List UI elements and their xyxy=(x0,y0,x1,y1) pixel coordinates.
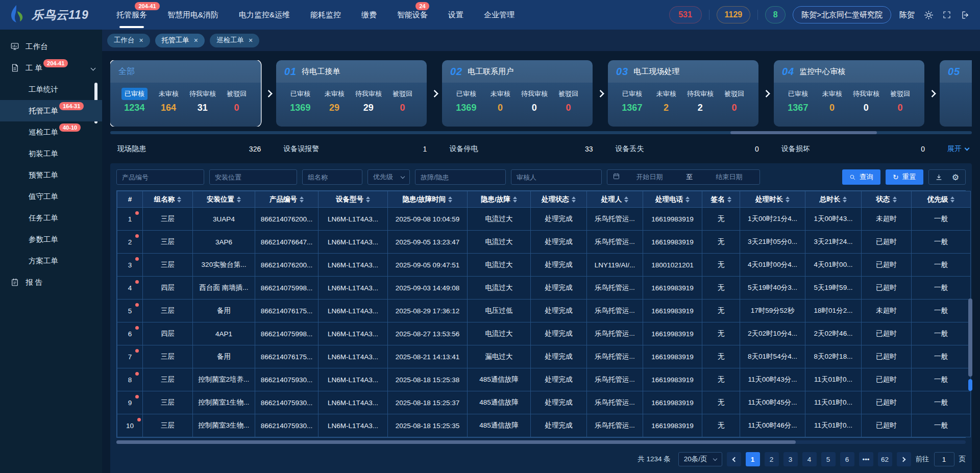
nav-item[interactable]: 设置 xyxy=(447,1,464,29)
column-header[interactable]: 隐患/故障 xyxy=(468,191,531,208)
page-button[interactable]: 4 xyxy=(802,452,817,466)
nav-item[interactable]: 企业管理 xyxy=(483,1,516,29)
page-button[interactable]: 62 xyxy=(878,452,892,466)
column-header[interactable]: 优先级 xyxy=(912,191,971,208)
column-header[interactable]: 处理人 xyxy=(587,191,643,208)
table-horizontal-scrollbar[interactable] xyxy=(116,440,966,444)
sidebar-item[interactable]: 预警工单 xyxy=(0,164,102,186)
sort-icon[interactable] xyxy=(572,196,576,203)
search-button[interactable]: 查询 xyxy=(842,169,880,185)
sidebar-item[interactable]: 巡检工单40-10 xyxy=(0,121,102,143)
nav-item[interactable]: 托管服务204-41 xyxy=(115,1,148,29)
card-stat[interactable]: 未审核0 xyxy=(815,88,849,113)
expand-link[interactable]: 展开 xyxy=(947,144,969,154)
status-card[interactable]: 全部已审核1234未审核164待我审核31被驳回0 xyxy=(110,60,261,127)
card-stat[interactable]: 被驳回0 xyxy=(385,88,420,113)
status-card[interactable]: 02电工联系用户已审核1369未审核0待我审核0被驳回0 xyxy=(442,60,593,127)
column-header[interactable]: 总时长 xyxy=(805,191,862,208)
column-header[interactable]: 签名 xyxy=(702,191,740,208)
table-vertical-scrollbar[interactable] xyxy=(968,196,972,440)
group-name-input[interactable] xyxy=(302,169,362,185)
current-user[interactable]: 陈贺 xyxy=(899,10,915,20)
card-stat[interactable]: 未审核0 xyxy=(483,88,518,113)
card-scroll-arrow[interactable] xyxy=(427,60,442,127)
sidebar-item[interactable]: 报 告 xyxy=(0,271,102,293)
alarm-count-red[interactable]: 531 xyxy=(669,6,702,23)
start-date-field[interactable]: 开始日期 xyxy=(624,172,675,182)
page-size-select[interactable]: 20条/页 xyxy=(678,452,722,466)
card-scroll-arrow[interactable] xyxy=(593,60,608,127)
column-header[interactable]: 处理时长 xyxy=(740,191,805,208)
card-stat[interactable]: 已审核1369 xyxy=(449,88,483,113)
card-stat[interactable]: 已审核1369 xyxy=(283,88,317,113)
card-stat[interactable]: 已审核1367 xyxy=(615,88,649,113)
card-stat[interactable]: 被驳回0 xyxy=(883,88,917,113)
column-header[interactable]: 安装位置 xyxy=(193,191,255,208)
card-stat[interactable]: 待我审核0 xyxy=(518,88,552,113)
nav-item[interactable]: 能耗监控 xyxy=(309,1,342,29)
sort-icon[interactable] xyxy=(448,196,452,203)
fault-input[interactable] xyxy=(415,169,506,185)
card-stat[interactable]: 未审核29 xyxy=(317,88,352,113)
sort-icon[interactable] xyxy=(950,196,954,203)
cards-horizontal-scrollbar[interactable] xyxy=(110,131,972,134)
column-header[interactable]: 处理状态 xyxy=(531,191,587,208)
logout-icon[interactable] xyxy=(960,9,971,20)
sort-icon[interactable] xyxy=(513,196,517,203)
page-button[interactable]: 1 xyxy=(746,452,760,466)
reviewer-input[interactable] xyxy=(511,169,602,185)
tab[interactable]: 工作台× xyxy=(107,34,150,47)
sidebar-item[interactable]: 托管工单164-31 xyxy=(0,100,102,121)
install-location-input[interactable] xyxy=(209,169,297,185)
table-row[interactable]: 2三层3AP6866214076647...LN6M-L1T4A3...2025… xyxy=(117,231,971,254)
sort-icon[interactable] xyxy=(177,196,181,203)
card-stat[interactable]: 未审核164 xyxy=(152,88,186,113)
end-date-field[interactable]: 结束日期 xyxy=(704,172,754,182)
close-icon[interactable]: × xyxy=(249,37,253,44)
table-row[interactable]: 10三层控制菌室3生物...866214075930...LN6M-L1T4A3… xyxy=(117,414,971,437)
page-button[interactable]: 3 xyxy=(783,452,798,466)
nav-item[interactable]: 智能设备24 xyxy=(396,1,429,29)
status-card[interactable]: 01待电工接单已审核1369未审核29待我审核29被驳回0 xyxy=(276,60,427,127)
table-row[interactable]: 1三层3UAP4866214076200...LN6M-L1T4A3...202… xyxy=(117,208,971,231)
goto-page-input[interactable] xyxy=(934,452,954,466)
table-row[interactable]: 8三层控制菌室2培养...866214075930...LN6M-L1T4A3.… xyxy=(117,368,971,391)
card-stat[interactable]: 待我审核29 xyxy=(352,88,386,113)
table-row[interactable]: 9三层控制菌室1生物...866214075930...LN6M-L1T4A3.… xyxy=(117,391,971,414)
next-page-button[interactable] xyxy=(897,452,911,466)
nav-item[interactable]: 电力监控&运维 xyxy=(238,1,291,29)
sort-icon[interactable] xyxy=(366,196,370,203)
page-button[interactable]: 6 xyxy=(840,452,854,466)
sort-icon[interactable] xyxy=(843,196,847,203)
card-stat[interactable]: 已审核1367 xyxy=(781,88,815,113)
theme-icon[interactable] xyxy=(923,9,934,20)
alarm-count-orange[interactable]: 1129 xyxy=(717,6,751,23)
table-row[interactable]: 3三层320实验台第...866214076200...LN6M-L1T4A3.… xyxy=(117,254,971,277)
app-logo[interactable]: 乐鸟云119 xyxy=(9,4,115,26)
sidebar-item[interactable]: 值守工单 xyxy=(0,186,102,207)
page-button[interactable]: 2 xyxy=(765,452,779,466)
date-range-picker[interactable]: 开始日期 至 结束日期 xyxy=(607,169,760,185)
sidebar-item[interactable]: 任务工单 xyxy=(0,207,102,229)
page-ellipsis[interactable]: ••• xyxy=(859,452,873,466)
table-row[interactable]: 6四层4AP1866214075998...LN6M-L1T4A3...2025… xyxy=(117,322,971,345)
column-header[interactable]: 隐患/故障时间 xyxy=(388,191,468,208)
card-stat[interactable]: 被驳回0 xyxy=(717,88,751,113)
status-card[interactable]: 04监控中心审核已审核1367未审核0待我审核0被驳回0 xyxy=(774,60,924,127)
fullscreen-icon[interactable] xyxy=(941,9,952,20)
sort-icon[interactable] xyxy=(893,196,897,203)
table-row[interactable]: 7三层备用866214076175...LN6M-L1T4A3...2025-0… xyxy=(117,345,971,368)
card-scroll-arrow[interactable] xyxy=(261,60,276,127)
sidebar-item[interactable]: 工 单204-41 xyxy=(0,57,102,79)
column-header[interactable]: 组名称 xyxy=(143,191,193,208)
card-stat[interactable]: 待我审核2 xyxy=(683,88,718,113)
sidebar-item[interactable]: 方案工单 xyxy=(0,250,102,271)
table-row[interactable]: 5三层备用866214076175...LN6M-L1T4A3...2025-0… xyxy=(117,300,971,322)
card-stat[interactable]: 被驳回0 xyxy=(551,88,585,113)
priority-select[interactable]: 优先级 xyxy=(368,169,410,185)
close-icon[interactable]: × xyxy=(194,37,198,44)
sort-icon[interactable] xyxy=(300,196,304,203)
column-header[interactable]: 状态 xyxy=(862,191,912,208)
prev-page-button[interactable] xyxy=(727,452,741,466)
nav-item[interactable]: 智慧用电&消防 xyxy=(166,1,219,29)
